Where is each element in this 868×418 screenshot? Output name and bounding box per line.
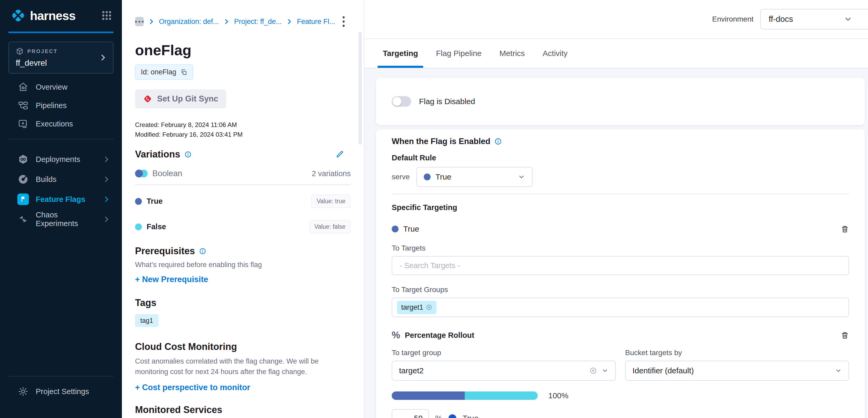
edit-variations-icon[interactable] bbox=[336, 150, 344, 158]
chevron-down-icon bbox=[518, 173, 525, 181]
tab-metrics[interactable]: Metrics bbox=[499, 39, 525, 68]
breadcrumb-link-project[interactable]: Project: ff_de... bbox=[234, 18, 282, 26]
target-group-chip-label: target1 bbox=[401, 303, 423, 311]
sidebar-item-label: Pipelines bbox=[36, 101, 67, 110]
deployments-icon bbox=[17, 153, 29, 165]
bucket-by-column: Bucket targets by Identifier (default) bbox=[625, 349, 849, 381]
breadcrumb-link-organization[interactable]: Organization: def... bbox=[159, 18, 219, 26]
sidebar-item-executions[interactable]: Executions bbox=[0, 115, 122, 133]
rollout-config-row: To target group target2 Bucket t bbox=[392, 349, 849, 381]
tab-bar: Targeting Flag Pipeline Metrics Activity bbox=[364, 38, 868, 68]
targeting-content: Flag is Disabled When the Flag is Enable… bbox=[364, 68, 868, 418]
breadcrumb-ellipsis-button[interactable] bbox=[135, 17, 144, 26]
prerequisites-description: What’s required before enabling this fla… bbox=[135, 261, 351, 269]
copy-icon[interactable] bbox=[181, 69, 187, 76]
flag-id-badge: Id: oneFlag bbox=[135, 64, 193, 80]
tab-activity[interactable]: Activity bbox=[542, 39, 568, 68]
tags-heading: Tags bbox=[135, 297, 156, 308]
sidebar-item-label: Builds bbox=[36, 175, 57, 184]
git-sync-label: Set Up Git Sync bbox=[157, 94, 218, 103]
rollout-target-group-select[interactable]: target2 bbox=[392, 361, 616, 381]
sidebar-item-label: Feature Flags bbox=[36, 195, 85, 204]
page-title: oneFlag bbox=[135, 41, 351, 59]
new-prerequisite-button[interactable]: + New Prerequisite bbox=[135, 275, 208, 284]
info-icon[interactable] bbox=[199, 248, 206, 255]
tab-flag-pipeline[interactable]: Flag Pipeline bbox=[435, 39, 482, 68]
variation-count: 2 variations bbox=[312, 169, 351, 178]
rollout-variation-label: True bbox=[463, 414, 479, 418]
percent-input[interactable] bbox=[392, 409, 429, 418]
project-card-label: PROJECT bbox=[27, 48, 58, 54]
rollout-bar-row: 100% bbox=[392, 391, 849, 400]
chevron-down-icon bbox=[835, 367, 842, 374]
sidebar-accent-line bbox=[8, 32, 114, 33]
sidebar-item-builds[interactable]: Builds bbox=[0, 169, 122, 189]
rollout-segment-true bbox=[392, 391, 465, 400]
percent-unit: % bbox=[435, 414, 442, 418]
sidebar-item-deployments[interactable]: Deployments bbox=[0, 149, 122, 169]
sidebar-bottom: Project Settings bbox=[0, 370, 122, 418]
variations-section-header: Variations bbox=[135, 149, 351, 160]
info-icon[interactable] bbox=[184, 151, 191, 158]
flag-id-text: Id: oneFlag bbox=[141, 68, 176, 76]
cube-icon bbox=[16, 47, 24, 55]
kebab-menu-icon[interactable] bbox=[339, 15, 348, 28]
trash-icon[interactable] bbox=[841, 225, 849, 233]
environment-value: ff-docs bbox=[769, 14, 793, 24]
sidebar-item-feature-flags[interactable]: Feature Flags bbox=[0, 189, 122, 209]
sidebar-item-label: Deployments bbox=[36, 155, 80, 164]
info-icon[interactable] bbox=[494, 138, 502, 145]
variation-color-dot bbox=[135, 198, 142, 205]
project-name: ff_devrel bbox=[16, 58, 106, 68]
sidebar-item-chaos-experiments[interactable]: Chaos Experiments bbox=[0, 209, 122, 229]
sidebar-item-overview[interactable]: Overview bbox=[0, 78, 122, 96]
created-timestamp: Created: February 8, 2024 11:06 AM bbox=[135, 120, 351, 129]
environment-header: Environment ff-docs bbox=[364, 0, 868, 38]
breadcrumb: Organization: def... Project: ff_de... F… bbox=[135, 15, 351, 28]
to-target-group-label: To target group bbox=[392, 349, 616, 357]
to-target-groups-label: To Target Groups bbox=[392, 286, 849, 294]
variation-row-true: True Value: true bbox=[135, 195, 351, 208]
chevron-down-icon bbox=[601, 367, 609, 374]
cost-perspective-button[interactable]: + Cost perspective to monitor bbox=[135, 383, 250, 392]
sidebar-item-label: Chaos Experiments bbox=[36, 211, 96, 228]
tags-section-header: Tags bbox=[135, 297, 351, 308]
executions-icon bbox=[17, 118, 29, 129]
chevron-right-icon bbox=[102, 195, 110, 203]
monitored-services-section-header: Monitored Services bbox=[135, 404, 351, 415]
variation-value-badge: Value: false bbox=[309, 220, 351, 234]
clear-selection-icon[interactable] bbox=[590, 367, 597, 375]
scrollbar-thumb[interactable] bbox=[359, 32, 362, 145]
percentage-rollout-heading: Percentage Rollout bbox=[405, 331, 474, 340]
variation-color-dot bbox=[392, 226, 399, 232]
app-grid-icon[interactable] bbox=[101, 10, 113, 21]
trash-icon[interactable] bbox=[841, 331, 849, 339]
variations-heading: Variations bbox=[135, 149, 180, 160]
project-selector[interactable]: PROJECT ff_devrel bbox=[8, 41, 114, 73]
sidebar-item-pipelines[interactable]: Pipelines bbox=[0, 96, 122, 115]
variation-type-row: Boolean 2 variations bbox=[135, 169, 351, 178]
sidebar-item-label: Project Settings bbox=[36, 387, 89, 396]
bucket-by-select[interactable]: Identifier (default) bbox=[625, 361, 849, 381]
chevron-right-icon bbox=[286, 18, 293, 25]
flag-state-card: Flag is Disabled bbox=[376, 78, 865, 125]
default-rule-select[interactable]: True bbox=[416, 167, 532, 187]
sidebar-item-project-settings[interactable]: Project Settings bbox=[0, 382, 122, 401]
search-targets-input[interactable] bbox=[392, 256, 849, 275]
sidebar-item-label: Overview bbox=[36, 83, 67, 91]
remove-chip-icon[interactable] bbox=[426, 304, 432, 310]
setup-git-sync-button[interactable]: Set Up Git Sync bbox=[135, 89, 226, 108]
target-group-chip: target1 bbox=[397, 301, 436, 314]
environment-select[interactable]: ff-docs bbox=[760, 9, 868, 29]
chevron-right-icon bbox=[223, 18, 230, 25]
tab-targeting[interactable]: Targeting bbox=[382, 39, 418, 68]
flag-state-label: Flag is Disabled bbox=[419, 97, 475, 106]
target-groups-input[interactable]: target1 bbox=[392, 298, 849, 317]
app-root: harness PROJECT ff_devrel bbox=[0, 0, 868, 418]
flag-enabled-toggle[interactable] bbox=[392, 96, 411, 107]
boolean-type-icon bbox=[135, 170, 148, 177]
breadcrumb-link-feature-flags[interactable]: Feature Fl... bbox=[297, 18, 335, 26]
prerequisites-section-header: Prerequisites bbox=[135, 245, 351, 257]
chevron-right-icon bbox=[102, 155, 110, 163]
chevron-right-icon bbox=[102, 215, 110, 223]
